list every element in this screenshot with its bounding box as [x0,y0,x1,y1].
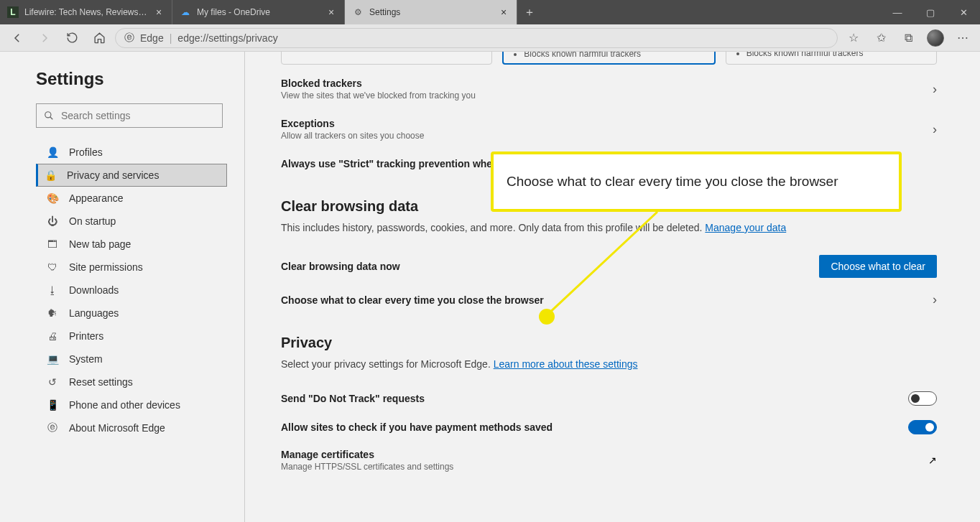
annotation-dot [539,309,555,325]
close-icon[interactable]: × [153,6,165,18]
blocked-trackers-row[interactable]: Blocked trackers View the sites that we'… [281,69,937,109]
exceptions-row[interactable]: Exceptions Allow all trackers on sites y… [281,109,937,149]
tab-lifewire[interactable]: L Lifewire: Tech News, Reviews, He × [0,0,172,24]
sidebar-item-label: Privacy and services [67,169,159,181]
row-subtitle: Manage HTTPS/SSL certificates and settin… [281,462,453,472]
tracking-bullet: Blocks known harmful trackers [524,52,703,59]
favorites-button[interactable]: ✩ [869,27,892,50]
dnt-toggle[interactable] [908,391,937,406]
phone-icon: 📱 [46,399,59,411]
sidebar-item-profiles[interactable]: 👤Profiles [38,141,227,164]
sidebar-item-label: Site permissions [69,261,143,273]
sidebar-item-about[interactable]: ⓔAbout Microsoft Edge [38,416,227,439]
home-button[interactable] [88,27,111,50]
favorite-star-button[interactable]: ☆ [842,27,865,50]
address-bar[interactable]: ⓔ Edge | edge://settings/privacy [115,28,838,48]
profile-avatar[interactable] [924,27,947,50]
system-icon: 💻 [46,353,59,365]
more-button[interactable]: ⋯ [951,27,974,50]
titlebar: L Lifewire: Tech News, Reviews, He × ☁ M… [0,0,980,24]
tab-settings[interactable]: ⚙ Settings × [345,0,517,24]
addr-prefix: Edge [140,32,164,44]
tracking-strict[interactable]: Blocks known harmful trackers [726,52,937,65]
sidebar-item-appearance[interactable]: 🎨Appearance [38,187,227,210]
clear-on-close-row[interactable]: Choose what to clear every time you clos… [281,285,937,314]
chevron-right-icon: › [933,82,937,97]
tracking-bullet: Blocks known harmful trackers [746,52,926,58]
power-icon: ⏻ [46,215,59,227]
printer-icon: 🖨 [46,330,59,342]
toolbar: ⓔ Edge | edge://settings/privacy ☆ ✩ ⧉ ⋯ [0,24,980,52]
annotation-callout: Choose what to clear every time you clos… [491,152,902,212]
settings-sidebar: Settings 👤Profiles 🔒Privacy and services… [0,52,244,522]
close-icon[interactable]: × [325,6,337,18]
search-settings[interactable] [36,103,223,128]
row-title: Manage certificates [281,449,453,460]
text: Select your privacy settings for Microso… [281,358,494,370]
sidebar-item-reset[interactable]: ↺Reset settings [38,370,227,393]
tab-label: My files - OneDrive [197,7,321,17]
chevron-right-icon: › [933,292,937,307]
minimize-button[interactable]: — [881,0,914,24]
tracking-options: Blocks known harmful trackers Blocks kno… [281,52,937,65]
sidebar-item-privacy[interactable]: 🔒Privacy and services [36,164,227,187]
learn-more-link[interactable]: Learn more about these settings [494,358,638,370]
refresh-button[interactable] [60,27,83,50]
tab-onedrive[interactable]: ☁ My files - OneDrive × [172,0,345,24]
sidebar-item-label: Languages [69,307,119,319]
shield-icon: 🛡 [46,261,59,273]
addr-url: edge://settings/privacy [177,32,277,44]
sidebar-item-permissions[interactable]: 🛡Site permissions [38,256,227,279]
payment-toggle[interactable] [908,420,937,434]
section-title-privacy: Privacy [281,335,937,351]
appearance-icon: 🎨 [46,192,59,204]
tracking-balanced[interactable]: Blocks known harmful trackers [502,52,715,65]
manage-data-link[interactable]: Manage your data [705,222,786,233]
maximize-button[interactable]: ▢ [914,0,947,24]
certificates-row[interactable]: Manage certificates Manage HTTPS/SSL cer… [281,442,937,479]
profile-icon: 👤 [46,146,59,158]
reset-icon: ↺ [46,376,59,388]
sidebar-item-newtab[interactable]: 🗔New tab page [38,233,227,256]
text: This includes history, passwords, cookie… [281,222,705,233]
close-icon[interactable]: × [498,6,509,18]
back-button[interactable] [6,27,29,50]
forward-button[interactable] [33,27,56,50]
svg-point-0 [45,112,51,118]
sidebar-item-system[interactable]: 💻System [38,348,227,370]
search-icon [44,111,54,121]
close-window-button[interactable]: ✕ [947,0,980,24]
sidebar-item-printers[interactable]: 🖨Printers [38,325,227,348]
lock-icon: 🔒 [44,169,57,181]
tracking-basic[interactable] [281,52,492,65]
sidebar-item-languages[interactable]: 🗣Languages [38,302,227,325]
clear-now-row: Clear browsing data now Choose what to c… [281,248,937,285]
choose-what-to-clear-button[interactable]: Choose what to clear [819,255,937,278]
download-icon: ⭳ [46,284,59,296]
sidebar-item-devices[interactable]: 📱Phone and other devices [38,393,227,416]
tab-label: Lifewire: Tech News, Reviews, He [24,7,149,17]
tab-icon: 🗔 [46,238,59,250]
row-title: Send "Do Not Track" requests [281,393,425,404]
window-controls: — ▢ ✕ [881,0,980,24]
sidebar-item-label: Reset settings [69,376,133,388]
callout-text: Choose what to clear every time you clos… [507,174,838,190]
external-link-icon: ↗ [928,455,937,466]
row-title: Always use "Strict" tracking prevention … [281,158,492,169]
content: Settings 👤Profiles 🔒Privacy and services… [0,52,980,522]
sidebar-item-label: New tab page [69,238,131,250]
chevron-right-icon: › [933,122,937,137]
search-input[interactable] [61,110,215,121]
sidebar-item-label: On startup [69,215,116,227]
main-panel: Blocks known harmful trackers Blocks kno… [245,52,980,522]
sidebar-item-label: System [69,353,103,365]
page-title: Settings [36,69,227,89]
sidebar-item-startup[interactable]: ⏻On startup [38,210,227,233]
new-tab-button[interactable]: ＋ [517,0,542,24]
collections-button[interactable]: ⧉ [897,27,920,50]
payment-row: Allow sites to check if you have payment… [281,413,937,442]
addr-separator: | [170,32,172,44]
favicon-lifewire: L [7,6,19,18]
row-title: Allow sites to check if you have payment… [281,421,553,433]
sidebar-item-downloads[interactable]: ⭳Downloads [38,279,227,302]
